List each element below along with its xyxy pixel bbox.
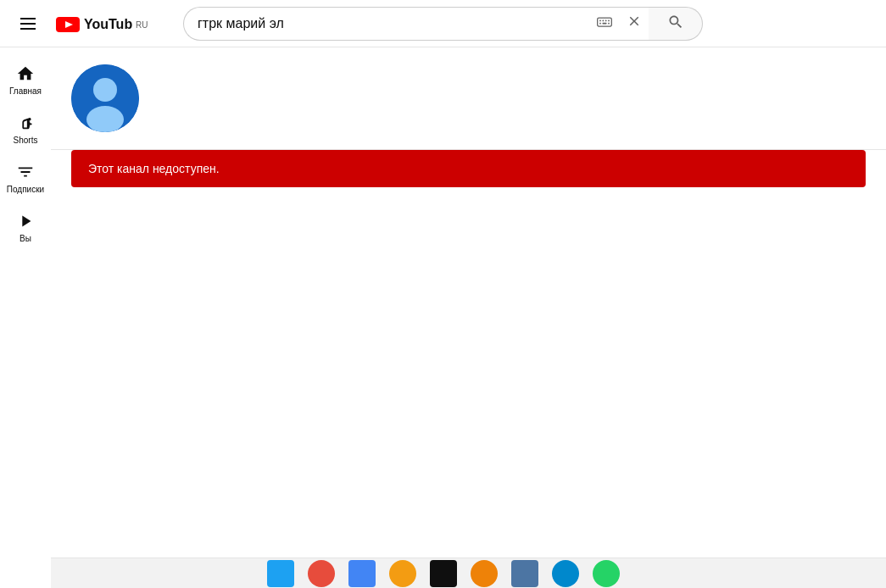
svg-rect-4 bbox=[599, 20, 601, 22]
svg-rect-10 bbox=[608, 23, 610, 25]
sidebar-subscriptions-label: Подписки bbox=[7, 185, 44, 195]
youtube-icon: YouTube bbox=[56, 15, 132, 32]
channel-header bbox=[51, 47, 886, 149]
bottom-bar-item-8[interactable] bbox=[552, 560, 579, 587]
bottom-bar-item-5[interactable] bbox=[430, 560, 457, 587]
search-icon bbox=[667, 14, 684, 33]
svg-rect-9 bbox=[603, 23, 607, 25]
hamburger-line-2 bbox=[20, 23, 36, 25]
logo-badge: RU bbox=[136, 20, 148, 30]
shorts-icon bbox=[16, 114, 35, 132]
bottom-bar-item-6[interactable] bbox=[471, 560, 498, 587]
youtube-logo[interactable]: YouTube RU bbox=[56, 15, 148, 32]
svg-point-12 bbox=[93, 78, 117, 102]
keyboard-button[interactable] bbox=[589, 7, 620, 41]
home-icon bbox=[16, 64, 35, 83]
sidebar-item-shorts[interactable]: Shorts bbox=[0, 103, 51, 153]
bottom-bar-item-1[interactable] bbox=[267, 560, 294, 587]
subscriptions-icon bbox=[16, 163, 35, 181]
error-message: Этот канал недоступен. bbox=[88, 162, 220, 175]
sidebar-item-home[interactable]: Главная bbox=[0, 54, 51, 103]
channel-avatar bbox=[71, 64, 139, 132]
svg-text:YouTube: YouTube bbox=[84, 17, 132, 31]
sidebar-home-label: Главная bbox=[9, 86, 42, 97]
svg-rect-6 bbox=[605, 20, 607, 22]
svg-point-13 bbox=[86, 106, 124, 132]
sidebar-shorts-label: Shorts bbox=[14, 136, 38, 146]
bottom-bar-item-4[interactable] bbox=[389, 560, 416, 587]
header-center bbox=[183, 7, 703, 41]
svg-rect-5 bbox=[603, 20, 605, 22]
hamburger-menu-button[interactable] bbox=[14, 11, 42, 36]
search-input[interactable] bbox=[183, 7, 589, 41]
bottom-bar bbox=[0, 557, 886, 588]
sidebar-item-you[interactable]: Вы bbox=[0, 202, 51, 251]
clear-search-button[interactable] bbox=[620, 7, 649, 41]
svg-rect-7 bbox=[608, 20, 610, 22]
hamburger-line-1 bbox=[20, 18, 36, 19]
svg-rect-3 bbox=[598, 18, 612, 26]
bottom-bar-item-2[interactable] bbox=[308, 560, 335, 587]
you-icon bbox=[16, 212, 35, 230]
sidebar-item-subscriptions[interactable]: Подписки bbox=[0, 153, 51, 202]
bottom-bar-item-7[interactable] bbox=[511, 560, 538, 587]
main-content: Этот канал недоступен. bbox=[51, 47, 886, 588]
bottom-bar-item-3[interactable] bbox=[348, 560, 376, 587]
keyboard-icon bbox=[596, 14, 613, 33]
header-left: YouTube RU bbox=[14, 11, 183, 36]
svg-rect-8 bbox=[599, 23, 601, 25]
hamburger-line-3 bbox=[20, 28, 36, 30]
close-icon bbox=[627, 14, 642, 33]
sidebar: Главная Shorts Подписки Вы bbox=[0, 47, 51, 588]
bottom-bar-item-9[interactable] bbox=[593, 560, 620, 587]
error-banner: Этот канал недоступен. bbox=[71, 150, 866, 187]
sidebar-you-label: Вы bbox=[20, 234, 31, 244]
search-button[interactable] bbox=[649, 7, 703, 41]
header: YouTube RU bbox=[0, 0, 886, 47]
